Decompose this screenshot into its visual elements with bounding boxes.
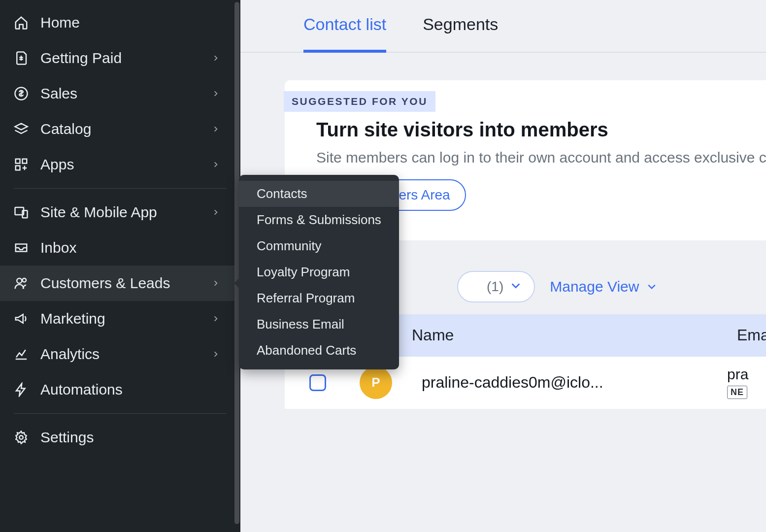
column-header-name[interactable]: Name	[412, 326, 717, 344]
sidebar-item-label: Settings	[40, 429, 221, 446]
sidebar-item-site-mobile[interactable]: Site & Mobile App	[0, 195, 240, 230]
sidebar-item-sales[interactable]: Sales	[0, 76, 240, 111]
svg-rect-3	[16, 166, 20, 170]
contact-email-cell: pra NE	[727, 366, 748, 399]
suggestion-badge: SUGGESTED FOR YOU	[284, 91, 435, 112]
chevron-right-icon	[211, 314, 221, 324]
sidebar-item-label: Customers & Leads	[40, 275, 211, 292]
svg-rect-1	[16, 159, 20, 164]
suggestion-description: Site members can log in to their own acc…	[316, 147, 766, 168]
sidebar-item-label: Home	[40, 14, 221, 31]
apps-icon	[13, 156, 30, 173]
sidebar-item-catalog[interactable]: Catalog	[0, 111, 240, 147]
sidebar-item-settings[interactable]: Settings	[0, 420, 240, 455]
svg-point-8	[19, 435, 23, 439]
sidebar-divider	[14, 188, 227, 189]
sidebar-item-label: Analytics	[40, 346, 211, 363]
suggestion-title: Turn site visitors into members	[316, 119, 766, 141]
automations-icon	[13, 381, 30, 398]
chevron-right-icon	[211, 160, 221, 169]
submenu-item-community[interactable]: Community	[239, 233, 399, 259]
sales-icon	[13, 85, 30, 102]
site-mobile-icon	[13, 204, 30, 221]
settings-icon	[13, 429, 30, 446]
tab-segments[interactable]: Segments	[423, 15, 498, 52]
chevron-right-icon	[211, 349, 221, 359]
manage-view-button[interactable]: Manage View	[550, 278, 657, 295]
sidebar-item-automations[interactable]: Automations	[0, 372, 240, 407]
submenu-item-referral[interactable]: Referral Program	[239, 285, 399, 311]
submenu-item-forms[interactable]: Forms & Submissions	[239, 207, 399, 233]
catalog-icon	[13, 121, 30, 137]
getting-paid-icon	[13, 50, 30, 66]
submenu-customers-leads: Contacts Forms & Submissions Community L…	[239, 175, 399, 369]
sidebar-item-marketing[interactable]: Marketing	[0, 301, 240, 336]
svg-point-6	[17, 278, 22, 283]
contact-name: praline-caddies0m@iclo...	[422, 373, 707, 392]
sidebar-item-label: Catalog	[40, 121, 211, 137]
filter-dropdown[interactable]: (1)	[457, 271, 535, 302]
customers-icon	[13, 275, 30, 292]
tab-contact-list[interactable]: Contact list	[303, 15, 386, 53]
chevron-down-icon	[647, 278, 657, 295]
chevron-right-icon	[211, 89, 221, 99]
sidebar-divider	[14, 413, 227, 414]
analytics-icon	[13, 346, 30, 363]
marketing-icon	[13, 310, 30, 327]
column-header-email[interactable]: Email	[737, 326, 766, 344]
chevron-right-icon	[211, 53, 221, 63]
sidebar-item-customers-leads[interactable]: Customers & Leads	[0, 266, 240, 301]
sidebar-item-label: Automations	[40, 381, 221, 398]
sidebar-item-label: Marketing	[40, 310, 211, 327]
sidebar-item-label: Apps	[40, 156, 211, 173]
chevron-down-icon	[510, 279, 521, 295]
contact-email-preview: pra	[727, 366, 748, 383]
sidebar-item-home[interactable]: Home	[0, 5, 240, 40]
manage-view-label: Manage View	[550, 278, 639, 295]
contact-tag: NE	[727, 386, 747, 399]
sidebar-item-label: Sales	[40, 85, 211, 102]
chevron-right-icon	[211, 278, 221, 288]
sidebar-item-label: Getting Paid	[40, 50, 211, 66]
submenu-item-contacts[interactable]: Contacts	[239, 181, 399, 207]
inbox-icon	[13, 239, 30, 256]
sidebar: Home Getting Paid Sales Catalog Apps Sit…	[0, 0, 240, 532]
submenu-item-abandoned-carts[interactable]: Abandoned Carts	[239, 337, 399, 364]
chevron-right-icon	[211, 207, 221, 217]
sidebar-item-getting-paid[interactable]: Getting Paid	[0, 40, 240, 76]
svg-rect-2	[23, 159, 27, 164]
svg-point-7	[23, 278, 27, 282]
sidebar-item-label: Inbox	[40, 239, 221, 256]
sidebar-item-apps[interactable]: Apps	[0, 147, 240, 182]
filter-count: (1)	[487, 279, 503, 295]
sidebar-item-label: Site & Mobile App	[40, 204, 211, 221]
submenu-item-business-email[interactable]: Business Email	[239, 311, 399, 337]
chevron-right-icon	[211, 124, 221, 134]
home-icon	[13, 14, 30, 31]
tabs: Contact list Segments	[240, 0, 766, 53]
sidebar-item-inbox[interactable]: Inbox	[0, 230, 240, 266]
row-checkbox[interactable]	[309, 374, 326, 391]
submenu-item-loyalty[interactable]: Loyalty Program	[239, 259, 399, 285]
avatar: P	[360, 366, 392, 399]
sidebar-item-analytics[interactable]: Analytics	[0, 336, 240, 372]
